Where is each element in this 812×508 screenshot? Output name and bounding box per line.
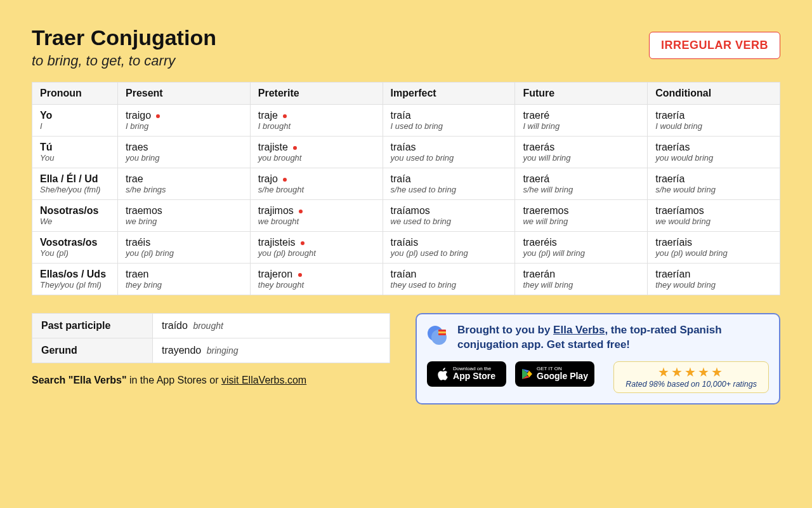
verb-translation: we brought: [258, 217, 375, 226]
lower-row: Past participletraído broughtGerundtraye…: [32, 313, 780, 404]
conjugation-cell: traía s/he used to bring: [383, 168, 515, 200]
verb-name: Traer: [32, 25, 84, 50]
table-row: Vosotras/osYou (pl)traéis you (pl) bring…: [32, 232, 780, 264]
conjugation-cell: traían they used to bring: [383, 264, 515, 295]
verb-form: traeremos: [523, 205, 639, 217]
conjugation-cell: trajisteis you (pl) brought: [250, 232, 383, 264]
verb-translation: I would bring: [655, 121, 772, 131]
svg-rect-3: [438, 331, 446, 333]
table-row: Ellas/os / UdsThey/you (pl fml)traen the…: [32, 264, 780, 295]
verb-translation: you brought: [258, 153, 375, 163]
stars-icon: ★★★★★: [625, 366, 757, 378]
verb-translation: you will bring: [523, 153, 639, 163]
column-header: Imperfect: [383, 83, 515, 105]
verb-form: traíamos: [391, 205, 508, 217]
subtitle: to bring, to get, to carry: [32, 53, 216, 69]
pronoun-cell: YoI: [32, 105, 118, 137]
pronoun-cell: TúYou: [32, 137, 118, 168]
extra-row: Past participletraído brought: [32, 314, 390, 338]
verb-form: traerá: [523, 173, 639, 185]
pronoun-sub: You (pl): [40, 248, 110, 258]
conjugation-cell: traería I would bring: [648, 105, 780, 137]
verb-form: traeréis: [523, 237, 639, 248]
verb-form: traías: [391, 142, 508, 153]
pronoun-sub: You: [40, 153, 110, 163]
verb-form: traíais: [391, 237, 508, 248]
verb-form: trajiste: [258, 142, 375, 153]
verb-form: traía: [391, 110, 508, 121]
promo-text: Brought to you by Ella Verbs, the top-ra…: [457, 323, 769, 352]
verb-form: traemos: [126, 205, 242, 217]
google-play-button[interactable]: GET IT ON Google Play: [515, 361, 594, 387]
table-head: PronounPresentPreteriteImperfectFutureCo…: [32, 83, 780, 105]
verb-translation: we would bring: [655, 217, 772, 226]
promo-top: Brought to you by Ella Verbs, the top-ra…: [427, 323, 769, 352]
verb-translation: s/he brings: [126, 185, 242, 194]
verb-translation: I will bring: [523, 121, 639, 131]
conjugation-cell: traíamos we used to bring: [383, 200, 515, 232]
pronoun-main: Vosotras/os: [40, 237, 110, 248]
verb-translation: they used to bring: [391, 280, 508, 290]
verb-form: traeré: [523, 110, 639, 121]
irregular-dot-icon: [283, 114, 287, 118]
conjugation-cell: traes you bring: [118, 137, 251, 168]
verb-translation: I brought: [258, 121, 375, 131]
verb-translation: they would bring: [655, 280, 772, 290]
column-header: Conditional: [648, 83, 780, 105]
verb-translation: you (pl) would bring: [655, 248, 772, 258]
pronoun-main: Ellas/os / Uds: [40, 269, 110, 280]
verb-translation: you (pl) brought: [258, 248, 375, 258]
app-store-button[interactable]: Download on the App Store: [427, 361, 506, 387]
title-rest: Conjugation: [84, 25, 216, 50]
promo-box: Brought to you by Ella Verbs, the top-ra…: [416, 313, 780, 404]
appstore-big: App Store: [453, 371, 495, 381]
column-header: Preterite: [250, 83, 383, 105]
conjugation-cell: traeríais you (pl) would bring: [648, 232, 780, 264]
conjugation-cell: traerás you will bring: [515, 137, 648, 168]
conjugation-table: PronounPresentPreteriteImperfectFutureCo…: [32, 82, 780, 295]
playstore-big: Google Play: [537, 371, 588, 381]
extra-row: Gerundtrayendo bringing: [32, 338, 390, 363]
conjugation-cell: trae s/he brings: [118, 168, 251, 200]
pronoun-sub: We: [40, 217, 110, 226]
verb-translation: s/he used to bring: [391, 185, 508, 194]
pronoun-cell: Nosotras/osWe: [32, 200, 118, 232]
app-logo-icon: [427, 323, 450, 346]
verb-form: traje: [258, 110, 375, 121]
verb-translation: s/he will bring: [523, 185, 639, 194]
irregular-dot-icon: [293, 146, 297, 150]
table-row: Nosotras/osWetraemos we bringtrajimos we…: [32, 200, 780, 232]
extra-label: Gerund: [32, 338, 153, 363]
conjugation-cell: traen they bring: [118, 264, 251, 295]
verb-translation: we will bring: [523, 217, 639, 226]
verb-form: traería: [655, 173, 772, 185]
verb-form: trae: [126, 173, 242, 185]
verb-translation: you (pl) used to bring: [391, 248, 508, 258]
verb-form: traéis: [126, 237, 242, 248]
pronoun-cell: Ella / Él / UdShe/he/you (fml): [32, 168, 118, 200]
pronoun-cell: Ellas/os / UdsThey/you (pl fml): [32, 264, 118, 295]
search-line: Search "Ella Verbs" in the App Stores or…: [32, 375, 390, 386]
pronoun-sub: They/you (pl fml): [40, 280, 110, 290]
verb-translation: you (pl) bring: [126, 248, 242, 258]
conjugation-cell: traerían they would bring: [648, 264, 780, 295]
irregular-dot-icon: [156, 114, 160, 118]
verb-form: traerás: [523, 142, 639, 153]
extra-value: trayendo: [162, 345, 201, 356]
google-play-icon: [521, 368, 533, 380]
conjugation-cell: traeré I will bring: [515, 105, 648, 137]
brand-link[interactable]: Ella Verbs: [553, 324, 605, 336]
visit-link[interactable]: visit EllaVerbs.com: [221, 375, 306, 385]
irregular-badge: IRREGULAR VERB: [649, 32, 780, 59]
search-rest: in the App Stores or: [126, 375, 221, 385]
irregular-dot-icon: [299, 210, 303, 213]
conjugation-cell: traerá s/he will bring: [515, 168, 648, 200]
conjugation-cell: traía I used to bring: [383, 105, 515, 137]
conjugation-cell: traerías you would bring: [648, 137, 780, 168]
verb-form: trajo: [258, 173, 375, 185]
verb-form: traeríais: [655, 237, 772, 248]
conjugation-cell: traje I brought: [250, 105, 383, 137]
table-row: YoItraigo I bringtraje I broughttraía I …: [32, 105, 780, 137]
column-header: Present: [118, 83, 251, 105]
irregular-dot-icon: [298, 273, 302, 277]
